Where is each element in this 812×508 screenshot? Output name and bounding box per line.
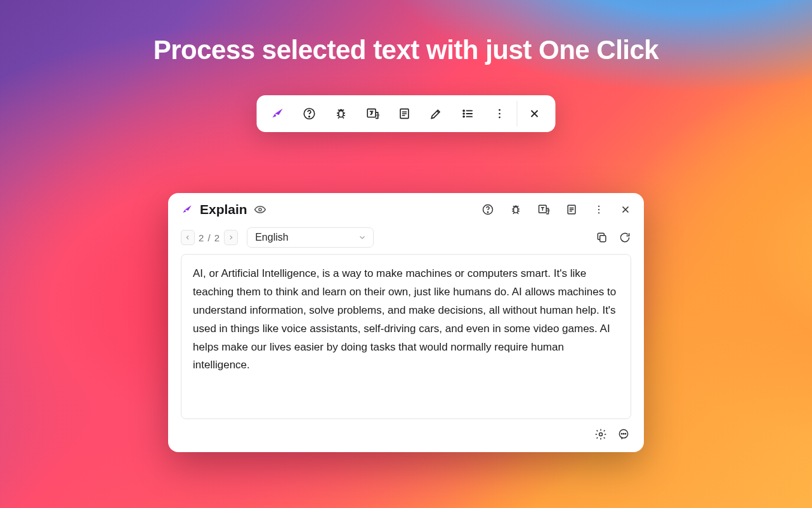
svg-rect-15 bbox=[514, 207, 518, 213]
bug-button[interactable] bbox=[325, 95, 357, 132]
svg-point-19 bbox=[598, 206, 599, 207]
svg-rect-22 bbox=[600, 236, 606, 242]
content-box: AI, or Artificial Intelligence, is a way… bbox=[181, 254, 631, 419]
svg-point-14 bbox=[487, 212, 488, 213]
refresh-button[interactable] bbox=[619, 231, 631, 244]
chevron-down-icon bbox=[358, 233, 367, 242]
visibility-icon[interactable] bbox=[254, 203, 266, 216]
settings-button[interactable] bbox=[594, 428, 607, 441]
svg-point-26 bbox=[623, 434, 624, 434]
toolbar-divider bbox=[517, 101, 518, 126]
list-button[interactable] bbox=[452, 95, 484, 132]
svg-text:中: 中 bbox=[376, 113, 380, 117]
panel-footer bbox=[168, 419, 644, 448]
more-button[interactable] bbox=[484, 95, 516, 132]
panel-logo-icon bbox=[181, 203, 193, 216]
svg-point-10 bbox=[499, 113, 501, 115]
svg-point-11 bbox=[499, 117, 501, 119]
copy-button[interactable] bbox=[596, 231, 608, 244]
panel-more-button[interactable] bbox=[593, 204, 605, 215]
panel-title: Explain bbox=[200, 202, 247, 217]
highlight-button[interactable] bbox=[421, 95, 452, 132]
panel-document-button[interactable] bbox=[565, 203, 578, 216]
content-text: AI, or Artificial Intelligence, is a way… bbox=[193, 265, 619, 375]
pager-display: 2 / 2 bbox=[199, 232, 220, 243]
svg-point-25 bbox=[621, 434, 622, 434]
panel-subheader: 2 / 2 English bbox=[168, 222, 644, 254]
pager-prev-button[interactable] bbox=[181, 230, 195, 245]
svg-point-12 bbox=[259, 208, 261, 211]
panel-help-button[interactable] bbox=[481, 203, 494, 216]
floating-toolbar: 中 bbox=[257, 95, 556, 132]
svg-point-21 bbox=[598, 212, 599, 213]
chat-button[interactable] bbox=[617, 428, 630, 441]
panel-translate-button[interactable]: 中 bbox=[537, 203, 550, 216]
svg-rect-2 bbox=[339, 110, 343, 117]
svg-point-20 bbox=[598, 209, 599, 210]
svg-point-6 bbox=[463, 110, 464, 112]
svg-point-27 bbox=[625, 434, 625, 434]
svg-point-7 bbox=[463, 113, 464, 114]
close-toolbar-button[interactable] bbox=[519, 95, 551, 132]
document-button[interactable] bbox=[389, 95, 421, 132]
svg-point-23 bbox=[599, 433, 603, 436]
svg-point-1 bbox=[309, 116, 310, 117]
svg-point-8 bbox=[463, 116, 464, 117]
logo-icon[interactable] bbox=[262, 95, 294, 132]
pager: 2 / 2 bbox=[181, 230, 238, 245]
svg-point-9 bbox=[499, 109, 501, 111]
page-headline: Process selected text with just One Clic… bbox=[0, 35, 812, 65]
language-select[interactable]: English bbox=[247, 227, 374, 248]
language-value: English bbox=[255, 232, 288, 243]
help-button[interactable] bbox=[294, 95, 325, 132]
pager-next-button[interactable] bbox=[224, 230, 238, 245]
panel-close-button[interactable] bbox=[620, 204, 631, 215]
panel-header: Explain 中 bbox=[168, 193, 644, 222]
result-panel: Explain 中 bbox=[168, 193, 644, 452]
translate-button[interactable]: 中 bbox=[357, 95, 389, 132]
panel-bug-button[interactable] bbox=[509, 203, 522, 216]
